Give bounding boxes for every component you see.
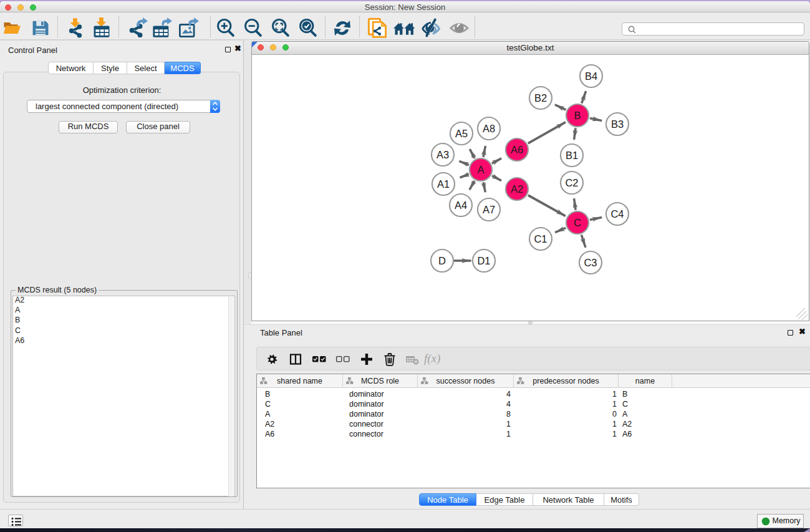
- svg-text:B: B: [574, 110, 581, 121]
- svg-text:B1: B1: [566, 150, 578, 161]
- svg-text:B4: B4: [585, 70, 597, 82]
- svg-text:A6: A6: [511, 144, 523, 155]
- svg-text:C2: C2: [565, 177, 578, 188]
- svg-text:D1: D1: [477, 255, 490, 266]
- svg-text:A5: A5: [455, 128, 468, 139]
- svg-text:D: D: [438, 255, 446, 266]
- svg-text:C3: C3: [584, 257, 597, 268]
- svg-text:A1: A1: [437, 178, 450, 190]
- svg-text:C4: C4: [610, 208, 624, 220]
- svg-text:A2: A2: [511, 183, 523, 195]
- svg-text:f(x): f(x): [424, 352, 440, 365]
- svg-text:A7: A7: [483, 204, 495, 215]
- svg-text:A4: A4: [455, 200, 467, 211]
- svg-text:C: C: [574, 217, 581, 228]
- svg-text:A: A: [477, 164, 484, 175]
- svg-text:A3: A3: [436, 149, 449, 160]
- svg-text:A8: A8: [483, 123, 495, 134]
- svg-text:B2: B2: [534, 92, 547, 104]
- svg-text:C1: C1: [534, 233, 547, 244]
- svg-text:B3: B3: [611, 118, 624, 130]
